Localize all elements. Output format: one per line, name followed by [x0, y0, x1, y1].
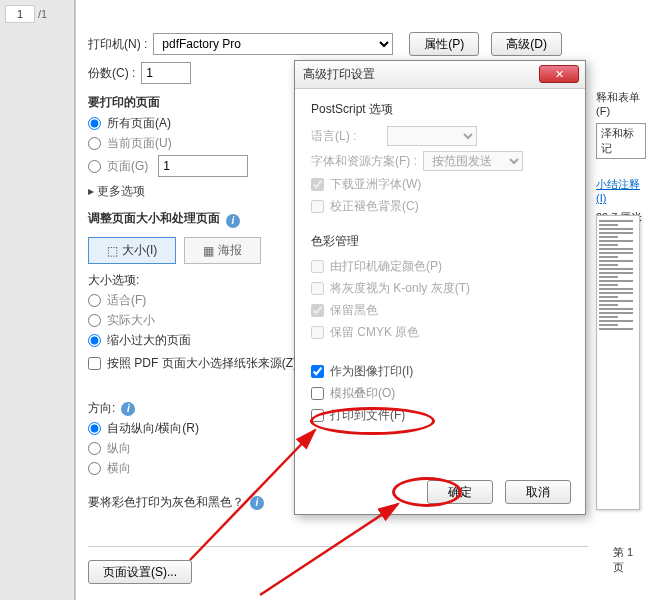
advanced-button[interactable]: 高级(D): [491, 32, 562, 56]
page-number-input[interactable]: 1: [5, 5, 35, 23]
preserve-cmyk-label: 保留 CMYK 原色: [330, 324, 419, 341]
actual-radio[interactable]: [88, 314, 101, 327]
download-asian-label: 下载亚洲字体(W): [330, 176, 421, 193]
gray-konly-label: 将灰度视为 K-only 灰度(T): [330, 280, 470, 297]
print-as-image-check[interactable]: [311, 365, 324, 378]
adv-dialog-title: 高级打印设置: [303, 66, 375, 83]
size-options-label: 大小选项:: [88, 272, 308, 289]
fix-bg-label: 校正褪色背景(C): [330, 198, 419, 215]
font-combo: 按范围发送: [423, 151, 523, 171]
page-setup-button[interactable]: 页面设置(S)...: [88, 560, 192, 584]
fix-bg-check: [311, 200, 324, 213]
info-icon[interactable]: i: [250, 496, 264, 510]
size-icon: ⬚: [107, 244, 118, 258]
auto-orient-label: 自动纵向/横向(R): [107, 420, 199, 437]
pages-section-title: 要打印的页面: [88, 94, 288, 111]
gray-konly-check: [311, 282, 324, 295]
print-as-image-label: 作为图像打印(I): [330, 363, 413, 380]
poster-tab-label: 海报: [218, 242, 242, 259]
more-options-toggle[interactable]: ▸ 更多选项: [88, 183, 288, 200]
color-mgmt-section: 色彩管理: [311, 233, 569, 250]
portrait-label: 纵向: [107, 440, 131, 457]
actual-label: 实际大小: [107, 312, 155, 329]
poster-icon: ▦: [203, 244, 214, 258]
all-pages-label: 所有页面(A): [107, 115, 171, 132]
page-total-label: /1: [38, 8, 47, 20]
sim-overprint-check[interactable]: [311, 387, 324, 400]
shrink-label: 缩小过大的页面: [107, 332, 191, 349]
grayscale-question: 要将彩色打印为灰色和黑色？: [88, 494, 244, 511]
info-icon[interactable]: i: [226, 214, 240, 228]
close-button[interactable]: ✕: [539, 65, 579, 83]
comments-forms-label: 释和表单(F): [596, 90, 646, 117]
orientation-title: 方向:: [88, 400, 115, 417]
page-footer: 第 1 页: [613, 545, 646, 575]
auto-orient-radio[interactable]: [88, 422, 101, 435]
page-range-label: 页面(G): [107, 158, 148, 175]
font-label: 字体和资源方案(F) :: [311, 153, 417, 170]
advanced-print-dialog: 高级打印设置 ✕ PostScript 选项 语言(L) : 字体和资源方案(F…: [294, 60, 586, 515]
size-tab[interactable]: ⬚ 大小(I): [88, 237, 176, 264]
sim-overprint-label: 模拟叠印(O): [330, 385, 395, 402]
cancel-button[interactable]: 取消: [505, 480, 571, 504]
portrait-radio[interactable]: [88, 442, 101, 455]
page-thumbnail: [596, 215, 640, 510]
ok-button[interactable]: 确定: [427, 480, 493, 504]
fit-radio[interactable]: [88, 294, 101, 307]
print-to-file-label: 打印到文件(F): [330, 407, 405, 424]
page-range-input[interactable]: [158, 155, 248, 177]
poster-tab[interactable]: ▦ 海报: [184, 237, 261, 264]
all-pages-radio[interactable]: [88, 117, 101, 130]
printer-select[interactable]: pdfFactory Pro: [153, 33, 393, 55]
print-to-file-check[interactable]: [311, 409, 324, 422]
download-asian-check: [311, 178, 324, 191]
current-page-label: 当前页面(U): [107, 135, 172, 152]
printer-color-label: 由打印机确定颜色(P): [330, 258, 442, 275]
comments-combo[interactable]: 泽和标记: [596, 123, 646, 159]
printer-color-check: [311, 260, 324, 273]
landscape-label: 横向: [107, 460, 131, 477]
preserve-black-label: 保留黑色: [330, 302, 378, 319]
properties-button[interactable]: 属性(P): [409, 32, 479, 56]
postscript-section: PostScript 选项: [311, 101, 569, 118]
paper-source-label: 按照 PDF 页面大小选择纸张来源(Z): [107, 355, 297, 372]
shrink-radio[interactable]: [88, 334, 101, 347]
page-range-radio[interactable]: [88, 160, 101, 173]
size-tab-label: 大小(I): [122, 242, 157, 259]
copies-input[interactable]: [141, 62, 191, 84]
preserve-cmyk-check: [311, 326, 324, 339]
printer-label: 打印机(N) :: [88, 36, 147, 53]
paper-source-check[interactable]: [88, 357, 101, 370]
summarize-link[interactable]: 小结注释(I): [596, 177, 646, 204]
preserve-black-check: [311, 304, 324, 317]
info-icon[interactable]: i: [121, 402, 135, 416]
language-label: 语言(L) :: [311, 128, 381, 145]
copies-label: 份数(C) :: [88, 65, 135, 82]
current-page-radio[interactable]: [88, 137, 101, 150]
landscape-radio[interactable]: [88, 462, 101, 475]
resize-section-title: 调整页面大小和处理页面: [88, 210, 220, 227]
language-combo: [387, 126, 477, 146]
fit-label: 适合(F): [107, 292, 146, 309]
